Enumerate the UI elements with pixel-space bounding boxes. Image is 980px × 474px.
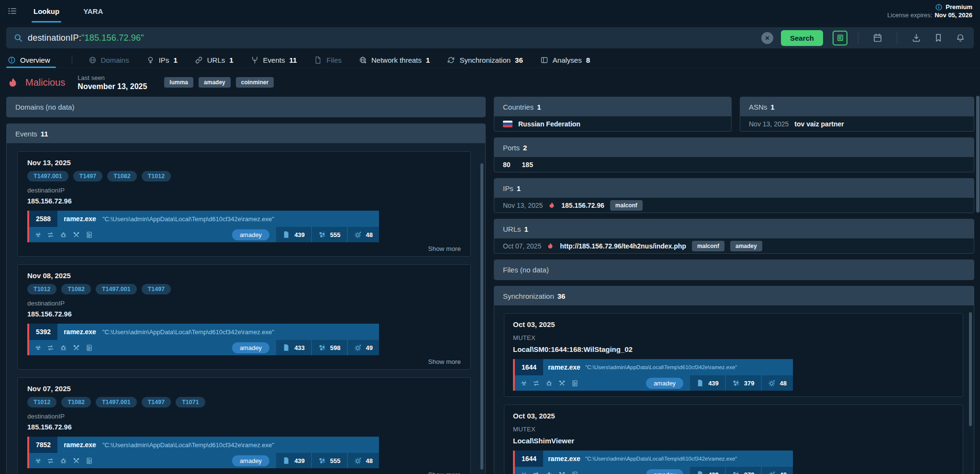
- technique-tag[interactable]: T1497: [142, 284, 171, 294]
- asn-row[interactable]: Nov 13, 2025 tov vaiz partner: [740, 116, 974, 131]
- search-input[interactable]: destinationIP:"185.156.72.96" Search: [6, 27, 974, 48]
- tab-ips[interactable]: IPs1: [146, 52, 178, 68]
- tab-events[interactable]: Events11: [251, 52, 297, 68]
- info-icon[interactable]: [935, 3, 943, 11]
- event-date: Nov 13, 2025: [27, 158, 461, 167]
- tab-files[interactable]: Files: [314, 52, 342, 68]
- process-row[interactable]: 5392 ramez.exe "C:\Users\admin\AppData\L…: [27, 324, 379, 355]
- port-value[interactable]: 80: [503, 161, 511, 169]
- license-expires-label: License expires:: [887, 11, 932, 19]
- process-row[interactable]: 1644 ramez.exe "C:\Users\admin\AppData\L…: [513, 451, 793, 474]
- technique-tag[interactable]: T1012: [27, 284, 56, 294]
- url-date: Oct 07, 2025: [503, 242, 541, 250]
- malconf-tag[interactable]: malconf: [610, 200, 643, 211]
- sync-value: Local\SM0:1644:168:WilStaging_02: [513, 345, 954, 353]
- search-button[interactable]: Search: [781, 30, 823, 46]
- country-row[interactable]: Russian Federation: [494, 116, 731, 131]
- malware-tag[interactable]: amadey: [646, 378, 683, 389]
- technique-tags: T1497.001 T1497 T1082 T1012: [27, 171, 461, 181]
- notifications-bell-icon[interactable]: [952, 33, 969, 43]
- topnav-tab-yara[interactable]: YARA: [81, 0, 105, 23]
- binary-document-icon: [86, 344, 93, 351]
- process-name: ramez.exe: [64, 328, 96, 336]
- query-history-icon[interactable]: [833, 31, 847, 45]
- technique-tag[interactable]: T1497: [73, 171, 102, 181]
- tab-domains[interactable]: Domains: [89, 52, 129, 68]
- divider: [897, 32, 897, 44]
- malconf-tag[interactable]: malconf: [692, 241, 724, 251]
- binary-document-icon: [86, 231, 93, 238]
- clear-search-button[interactable]: [761, 32, 773, 44]
- show-more-link[interactable]: Show more: [27, 245, 461, 252]
- process-row[interactable]: 2588 ramez.exe "C:\Users\admin\AppData\L…: [27, 211, 379, 242]
- sync-date: Oct 03, 2025: [513, 320, 954, 328]
- malware-tag[interactable]: amadey: [232, 342, 269, 353]
- process-path: "C:\Users\admin\AppData\Local\Temp\d610c…: [102, 328, 274, 336]
- event-field-label: destinationIP: [27, 300, 461, 307]
- technique-tag[interactable]: T1497.001: [96, 397, 137, 407]
- technique-tag[interactable]: T1497.001: [96, 284, 137, 294]
- process-row[interactable]: 7852 ramez.exe "C:\Users\admin\AppData\L…: [27, 437, 379, 468]
- tab-network-threats[interactable]: Network threats1: [359, 52, 430, 68]
- show-more-link[interactable]: Show more: [27, 471, 461, 474]
- swap-arrows-icon: [533, 471, 540, 474]
- show-more-link[interactable]: Show more: [27, 358, 461, 365]
- sync-type: MUTEX: [513, 334, 954, 341]
- tab-overview[interactable]: Overview: [8, 52, 55, 68]
- malware-tag[interactable]: amadey: [730, 241, 762, 251]
- binary-document-icon: [86, 457, 93, 464]
- page-scrollbar[interactable]: [976, 96, 980, 213]
- stat-files: 433: [276, 340, 311, 355]
- process-icons: ☣: [29, 227, 99, 242]
- sync-title: Synchronization: [503, 292, 554, 300]
- technique-tag[interactable]: T1082: [107, 171, 136, 181]
- malware-tag[interactable]: amadey: [232, 229, 269, 240]
- topnav-tab-label: YARA: [83, 7, 103, 15]
- port-value[interactable]: 185: [522, 161, 533, 169]
- process-pid: 1644: [515, 359, 543, 375]
- sync-item: Oct 03, 2025 MUTEX Local\ShimViewer 1644…: [504, 405, 963, 474]
- ip-row[interactable]: Nov 13, 2025 185.156.72.96 malconf: [494, 198, 974, 213]
- file-icon: [282, 344, 290, 351]
- calendar-icon[interactable]: [869, 33, 886, 43]
- tab-analyses[interactable]: Analyses8: [540, 52, 590, 68]
- process-icons: ☣: [515, 375, 584, 391]
- tab-synchronization[interactable]: Synchronization36: [447, 52, 523, 68]
- technique-tag[interactable]: T1082: [61, 284, 90, 294]
- stat-files: 439: [690, 467, 725, 474]
- tab-urls[interactable]: URLs1: [195, 52, 234, 68]
- process-icons: ☣: [515, 467, 584, 474]
- malware-tag[interactable]: coinminer: [236, 77, 274, 88]
- malware-tag[interactable]: lumma: [164, 77, 193, 88]
- events-fork-icon: [251, 56, 259, 64]
- technique-tag[interactable]: T1012: [142, 171, 171, 181]
- search-query[interactable]: destinationIP:"185.156.72.96": [28, 33, 144, 43]
- stat-gears: 48: [762, 467, 793, 474]
- topnav-tab-lookup[interactable]: Lookup: [32, 0, 61, 23]
- process-row[interactable]: 1644 ramez.exe "C:\Users\admin\AppData\L…: [513, 359, 793, 391]
- download-icon[interactable]: [908, 33, 925, 43]
- process-icons: ☣: [29, 340, 99, 355]
- malware-tag[interactable]: amadey: [232, 455, 269, 466]
- technique-tag[interactable]: T1071: [176, 397, 205, 407]
- menu-icon[interactable]: [8, 6, 17, 16]
- bug-icon: [60, 457, 67, 464]
- stat-files: 439: [276, 227, 311, 242]
- stat-modules: 555: [312, 453, 347, 468]
- bookmark-icon[interactable]: [930, 33, 947, 43]
- technique-tag[interactable]: T1012: [27, 397, 56, 407]
- biohazard-icon: ☣: [35, 456, 41, 465]
- process-name: ramez.exe: [548, 363, 580, 371]
- technique-tag[interactable]: T1082: [61, 397, 90, 407]
- gear-icon: [768, 379, 776, 387]
- malware-tag[interactable]: amadey: [646, 469, 683, 474]
- sync-scrollbar[interactable]: [969, 312, 972, 426]
- malware-tag[interactable]: amadey: [199, 77, 231, 88]
- url-row[interactable]: Oct 07, 2025 http://185.156.72.96/te4h2n…: [494, 238, 974, 253]
- bug-icon: [546, 380, 553, 387]
- technique-tag[interactable]: T1497.001: [27, 171, 68, 181]
- events-scrollbar[interactable]: [480, 163, 483, 470]
- technique-tag[interactable]: T1497: [142, 397, 171, 407]
- grid-icon: [732, 471, 740, 474]
- sync-type: MUTEX: [513, 426, 954, 433]
